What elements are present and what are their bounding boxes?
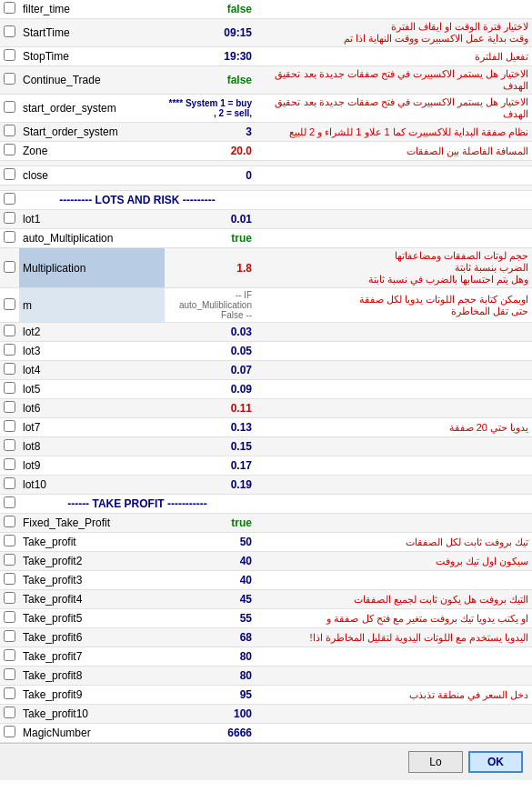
param-comment: تفعيل الفلترة (256, 47, 532, 66)
row-checkbox[interactable] (4, 2, 15, 14)
param-value: 95 (165, 686, 256, 705)
row-check-cell (0, 418, 19, 437)
param-name: auto_Multiplication (19, 229, 165, 248)
param-name: Zone (19, 142, 165, 161)
table-row: filter_time false (0, 0, 532, 19)
param-value: **** System 1 = buy , 2 = sell, (165, 95, 256, 123)
param-name: lot6 (19, 399, 165, 418)
table-row: Start_order_system 3 نظام صفقة البداية ل… (0, 123, 532, 142)
param-comment (256, 342, 532, 361)
param-comment: الاختيار هل يستمر الاكسبيرت في فتح صفقات… (256, 95, 532, 123)
row-checkbox[interactable] (4, 212, 15, 224)
row-checkbox[interactable] (4, 49, 15, 61)
header-value: --------- LOTS AND RISK --------- (19, 191, 256, 210)
param-comment: او يكتب يدويا تيك بروفت متغير مع فتح كل … (256, 609, 532, 628)
row-checkbox[interactable] (4, 168, 15, 180)
table-row: Multiplication 1.8 حجم لوتات الصفقات ومض… (0, 248, 532, 288)
row-check-cell (0, 47, 19, 66)
row-checkbox[interactable] (4, 382, 15, 394)
row-checkbox[interactable] (4, 401, 15, 413)
row-check-cell (0, 95, 19, 123)
row-checkbox[interactable] (4, 125, 15, 136)
param-value: 0.15 (165, 437, 256, 456)
param-comment (256, 476, 532, 495)
param-name: lot1 (19, 210, 165, 229)
param-value: 1.8 (165, 248, 256, 288)
row-checkbox[interactable] (4, 344, 15, 356)
row-checkbox[interactable] (4, 101, 15, 113)
row-checkbox[interactable] (4, 363, 15, 375)
row-checkbox[interactable] (4, 420, 15, 432)
row-checkbox[interactable] (4, 649, 15, 661)
table-row: Take_profit10 100 (0, 705, 532, 724)
row-checkbox[interactable] (4, 477, 15, 489)
param-name: Take_profit10 (19, 705, 165, 724)
table-row: StartTime 09:15 لاختيار فترة الوقت او اي… (0, 19, 532, 47)
row-check-cell (0, 380, 19, 399)
row-checkbox[interactable] (4, 439, 15, 451)
param-name: lot9 (19, 456, 165, 476)
row-checkbox[interactable] (4, 687, 15, 699)
param-comment (256, 323, 532, 342)
row-checkbox[interactable] (4, 73, 15, 85)
param-name: lot2 (19, 323, 165, 342)
row-checkbox[interactable] (4, 535, 15, 546)
row-checkbox[interactable] (4, 707, 15, 718)
table-row: Take_profit4 45 التيك بروفت هل يكون ثابت… (0, 590, 532, 609)
param-value: 68 (165, 628, 256, 647)
table-row: close 0 (0, 166, 532, 185)
param-name: Take_profit7 (19, 647, 165, 667)
param-value: 80 (165, 647, 256, 667)
table-row: Take_profit8 80 (0, 667, 532, 686)
row-checkbox[interactable] (4, 630, 15, 642)
param-comment (256, 647, 532, 667)
table-row: m -- IF auto_Muliblication False -- اويم… (0, 288, 532, 323)
row-check-cell (0, 571, 19, 590)
row-checkbox[interactable] (4, 592, 15, 604)
row-checkbox[interactable] (4, 298, 15, 310)
row-checkbox[interactable] (4, 726, 15, 737)
row-checkbox[interactable] (4, 25, 15, 37)
load-button[interactable]: Lo (408, 751, 463, 773)
row-check-cell (0, 609, 19, 628)
param-name: Take_profit8 (19, 667, 165, 686)
row-checkbox[interactable] (4, 231, 15, 243)
ok-button[interactable]: OK (468, 751, 523, 773)
table-row: Take_profit5 55 او يكتب يدويا تيك بروفت … (0, 609, 532, 628)
row-checkbox[interactable] (4, 193, 15, 205)
param-value: -- IF auto_Muliblication False -- (165, 288, 256, 323)
param-value: 0 (165, 166, 256, 185)
row-check-cell (0, 552, 19, 571)
row-checkbox[interactable] (4, 554, 15, 566)
table-row: Take_profit7 80 (0, 647, 532, 667)
param-name: filter_time (19, 0, 165, 19)
table-row: lot7 0.13 يدويا حتي 20 صفقة (0, 418, 532, 437)
row-checkbox[interactable] (4, 611, 15, 623)
row-checkbox[interactable] (4, 496, 15, 508)
param-name: lot5 (19, 380, 165, 399)
param-comment (256, 514, 532, 533)
row-checkbox[interactable] (4, 573, 15, 585)
row-checkbox[interactable] (4, 668, 15, 680)
param-comment: حجم لوتات الصفقات ومضاعفاتهاالضرب بنسبة … (256, 248, 532, 288)
param-name: Take_profit2 (19, 552, 165, 571)
row-check-cell (0, 628, 19, 647)
param-value: true (165, 229, 256, 248)
param-value: 20.0 (165, 142, 256, 161)
table-row: Zone 20.0 المسافة الفاصلة بين الصفقات (0, 142, 532, 161)
header-value: ------ TAKE PROFIT ----------- (19, 495, 256, 514)
row-check-cell (0, 514, 19, 533)
bottom-bar: Lo OK (0, 743, 532, 780)
row-check-cell (0, 248, 19, 288)
row-checkbox[interactable] (4, 325, 15, 336)
param-name: m (19, 288, 165, 323)
param-name: Take_profit9 (19, 686, 165, 705)
row-check-cell (0, 686, 19, 705)
row-check-cell (0, 323, 19, 342)
row-checkbox[interactable] (4, 261, 15, 273)
row-checkbox[interactable] (4, 458, 15, 470)
row-checkbox[interactable] (4, 144, 15, 155)
row-check-cell (0, 495, 19, 514)
param-value: 40 (165, 552, 256, 571)
row-checkbox[interactable] (4, 516, 15, 527)
